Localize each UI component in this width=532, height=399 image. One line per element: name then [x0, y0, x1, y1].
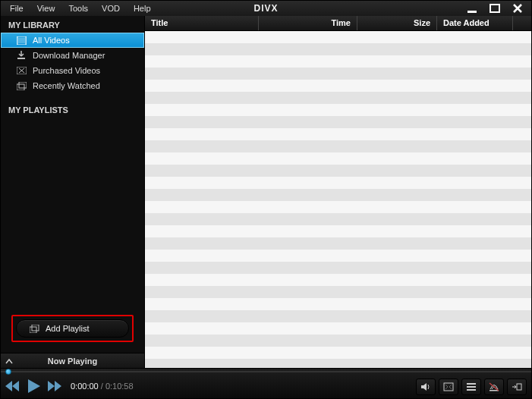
play-button[interactable]: [25, 377, 42, 395]
cast-button[interactable]: [507, 379, 527, 395]
svg-rect-14: [467, 386, 476, 388]
close-button[interactable]: [512, 3, 524, 14]
column-spacer: [513, 16, 531, 30]
svg-rect-3: [18, 38, 25, 43]
column-title[interactable]: Title: [145, 16, 259, 30]
svg-rect-8: [17, 84, 24, 90]
sidebar-item-download-manager[interactable]: Download Manager: [1, 48, 144, 63]
column-headers: Title Time Size Date Added: [145, 16, 531, 31]
menu-file[interactable]: File: [4, 2, 30, 14]
svg-rect-4: [17, 36, 18, 45]
svg-rect-5: [25, 36, 27, 45]
chevron-up-icon: [5, 357, 13, 366]
column-time[interactable]: Time: [259, 16, 357, 30]
svg-rect-15: [467, 389, 476, 391]
svg-rect-17: [517, 384, 521, 390]
app-body: MY LIBRARY All Videos Download Manager: [1, 16, 531, 368]
add-playlist-highlight: Add Playlist: [1, 307, 144, 353]
sidebar-item-label: Download Manager: [33, 51, 105, 60]
svg-rect-10: [30, 327, 36, 333]
svg-rect-1: [490, 5, 499, 12]
stack-icon: [16, 80, 27, 91]
now-playing-bar[interactable]: Now Playing: [1, 353, 144, 368]
main-area: Title Time Size Date Added: [145, 16, 531, 368]
previous-button[interactable]: [5, 377, 20, 395]
film-icon: [16, 35, 27, 46]
column-date-added[interactable]: Date Added: [437, 16, 513, 30]
playlist-button[interactable]: [461, 379, 481, 395]
sidebar-item-label: Recently Watched: [33, 81, 100, 90]
svg-rect-13: [467, 383, 476, 385]
menu-help[interactable]: Help: [127, 2, 157, 14]
brand-logo: DIVX: [253, 3, 278, 14]
sidebar-spacer: [1, 118, 144, 307]
menu-view[interactable]: View: [31, 2, 61, 14]
list-stripes: [145, 31, 531, 368]
library-header: MY LIBRARY: [1, 16, 144, 33]
svg-rect-6: [17, 58, 25, 59]
seek-track: [1, 371, 531, 372]
sidebar: MY LIBRARY All Videos Download Manager: [1, 16, 145, 368]
menu-bar: File View Tools VOD Help: [4, 2, 157, 14]
seek-bar[interactable]: [1, 369, 531, 375]
player-bar: 0:00:00 / 0:10:58: [1, 368, 531, 398]
time-display: 0:00:00 / 0:10:58: [71, 382, 134, 391]
volume-button[interactable]: [416, 379, 436, 395]
now-playing-label: Now Playing: [48, 357, 97, 366]
column-size[interactable]: Size: [357, 16, 437, 30]
svg-rect-12: [444, 383, 453, 391]
playlists-header: MY PLAYLISTS: [1, 101, 144, 118]
sidebar-item-label: All Videos: [33, 36, 70, 45]
download-icon: [16, 50, 27, 61]
video-list[interactable]: [145, 31, 531, 368]
library-list: All Videos Download Manager Purchased Vi…: [1, 33, 144, 93]
sidebar-item-purchased-videos[interactable]: Purchased Videos: [1, 63, 144, 78]
add-playlist-label: Add Playlist: [46, 324, 89, 333]
menu-vod[interactable]: VOD: [96, 2, 126, 14]
add-playlist-button[interactable]: Add Playlist: [16, 319, 129, 338]
svg-rect-0: [467, 11, 477, 13]
svg-rect-9: [19, 82, 27, 88]
seek-handle[interactable]: [5, 369, 11, 375]
fullscreen-button[interactable]: [439, 379, 458, 395]
sidebar-item-all-videos[interactable]: All Videos: [1, 33, 144, 48]
playback-controls: 0:00:00 / 0:10:58: [5, 377, 134, 395]
title-bar: File View Tools VOD Help DIVX: [1, 1, 531, 16]
ticket-icon: [16, 65, 27, 76]
minimize-button[interactable]: [466, 3, 478, 14]
total-time: 0:10:58: [105, 382, 134, 391]
stream-button[interactable]: [484, 379, 504, 395]
add-playlist-icon: [29, 323, 39, 334]
right-controls: [416, 379, 527, 395]
app-window: File View Tools VOD Help DIVX MY LIBRARY: [0, 0, 532, 399]
maximize-button[interactable]: [489, 3, 501, 14]
annotation-highlight: Add Playlist: [11, 315, 134, 342]
next-button[interactable]: [46, 377, 61, 395]
sidebar-item-recently-watched[interactable]: Recently Watched: [1, 78, 144, 93]
svg-rect-11: [32, 325, 39, 331]
menu-tools[interactable]: Tools: [62, 2, 94, 14]
elapsed-time: 0:00:00: [71, 382, 99, 391]
window-controls: [466, 3, 528, 14]
sidebar-item-label: Purchased Videos: [33, 66, 100, 75]
